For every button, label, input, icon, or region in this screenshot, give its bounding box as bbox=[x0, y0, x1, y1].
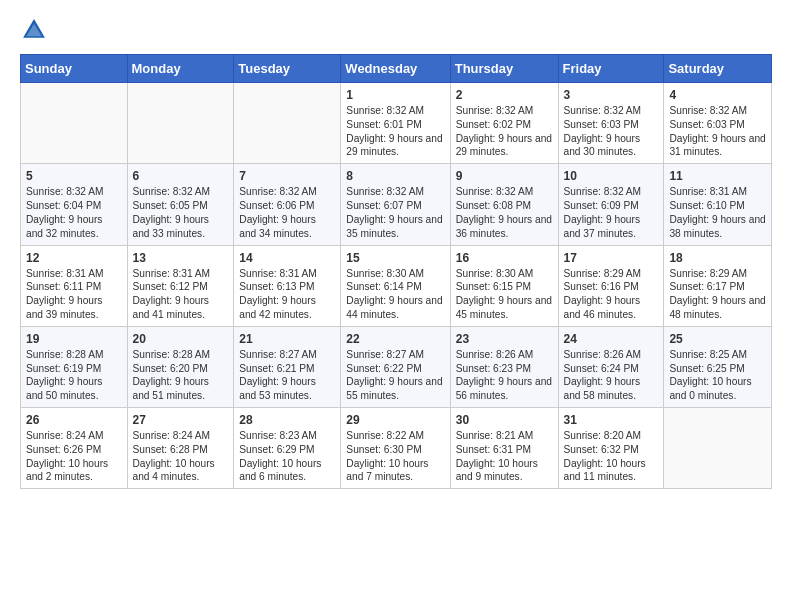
calendar-cell: 22Sunrise: 8:27 AM Sunset: 6:22 PM Dayli… bbox=[341, 326, 450, 407]
day-info: Sunrise: 8:24 AM Sunset: 6:28 PM Dayligh… bbox=[133, 429, 229, 484]
day-number: 27 bbox=[133, 412, 229, 428]
col-header-tuesday: Tuesday bbox=[234, 55, 341, 83]
calendar-cell: 31Sunrise: 8:20 AM Sunset: 6:32 PM Dayli… bbox=[558, 408, 664, 489]
day-info: Sunrise: 8:31 AM Sunset: 6:11 PM Dayligh… bbox=[26, 267, 122, 322]
day-info: Sunrise: 8:32 AM Sunset: 6:02 PM Dayligh… bbox=[456, 104, 553, 159]
week-row-2: 5Sunrise: 8:32 AM Sunset: 6:04 PM Daylig… bbox=[21, 164, 772, 245]
day-info: Sunrise: 8:32 AM Sunset: 6:07 PM Dayligh… bbox=[346, 185, 444, 240]
day-number: 11 bbox=[669, 168, 766, 184]
day-number: 23 bbox=[456, 331, 553, 347]
day-number: 29 bbox=[346, 412, 444, 428]
calendar-cell: 15Sunrise: 8:30 AM Sunset: 6:14 PM Dayli… bbox=[341, 245, 450, 326]
day-number: 18 bbox=[669, 250, 766, 266]
calendar-cell: 19Sunrise: 8:28 AM Sunset: 6:19 PM Dayli… bbox=[21, 326, 128, 407]
calendar-cell: 2Sunrise: 8:32 AM Sunset: 6:02 PM Daylig… bbox=[450, 83, 558, 164]
day-info: Sunrise: 8:32 AM Sunset: 6:05 PM Dayligh… bbox=[133, 185, 229, 240]
day-info: Sunrise: 8:32 AM Sunset: 6:01 PM Dayligh… bbox=[346, 104, 444, 159]
day-number: 26 bbox=[26, 412, 122, 428]
generalblue-logo-icon bbox=[20, 16, 48, 44]
week-row-1: 1Sunrise: 8:32 AM Sunset: 6:01 PM Daylig… bbox=[21, 83, 772, 164]
day-info: Sunrise: 8:28 AM Sunset: 6:20 PM Dayligh… bbox=[133, 348, 229, 403]
day-number: 20 bbox=[133, 331, 229, 347]
day-info: Sunrise: 8:21 AM Sunset: 6:31 PM Dayligh… bbox=[456, 429, 553, 484]
calendar-cell bbox=[664, 408, 772, 489]
day-number: 21 bbox=[239, 331, 335, 347]
logo bbox=[20, 16, 52, 44]
day-info: Sunrise: 8:32 AM Sunset: 6:03 PM Dayligh… bbox=[669, 104, 766, 159]
day-info: Sunrise: 8:31 AM Sunset: 6:12 PM Dayligh… bbox=[133, 267, 229, 322]
col-header-sunday: Sunday bbox=[21, 55, 128, 83]
day-number: 24 bbox=[564, 331, 659, 347]
day-info: Sunrise: 8:32 AM Sunset: 6:08 PM Dayligh… bbox=[456, 185, 553, 240]
day-number: 9 bbox=[456, 168, 553, 184]
day-info: Sunrise: 8:32 AM Sunset: 6:06 PM Dayligh… bbox=[239, 185, 335, 240]
day-number: 15 bbox=[346, 250, 444, 266]
day-number: 1 bbox=[346, 87, 444, 103]
day-number: 25 bbox=[669, 331, 766, 347]
day-info: Sunrise: 8:27 AM Sunset: 6:21 PM Dayligh… bbox=[239, 348, 335, 403]
day-info: Sunrise: 8:29 AM Sunset: 6:17 PM Dayligh… bbox=[669, 267, 766, 322]
calendar-table: SundayMondayTuesdayWednesdayThursdayFrid… bbox=[20, 54, 772, 489]
day-info: Sunrise: 8:32 AM Sunset: 6:04 PM Dayligh… bbox=[26, 185, 122, 240]
week-row-3: 12Sunrise: 8:31 AM Sunset: 6:11 PM Dayli… bbox=[21, 245, 772, 326]
day-number: 17 bbox=[564, 250, 659, 266]
day-info: Sunrise: 8:31 AM Sunset: 6:13 PM Dayligh… bbox=[239, 267, 335, 322]
calendar-cell: 28Sunrise: 8:23 AM Sunset: 6:29 PM Dayli… bbox=[234, 408, 341, 489]
day-number: 14 bbox=[239, 250, 335, 266]
page: SundayMondayTuesdayWednesdayThursdayFrid… bbox=[0, 0, 792, 612]
day-info: Sunrise: 8:29 AM Sunset: 6:16 PM Dayligh… bbox=[564, 267, 659, 322]
calendar-cell bbox=[127, 83, 234, 164]
day-number: 2 bbox=[456, 87, 553, 103]
day-info: Sunrise: 8:31 AM Sunset: 6:10 PM Dayligh… bbox=[669, 185, 766, 240]
day-info: Sunrise: 8:26 AM Sunset: 6:23 PM Dayligh… bbox=[456, 348, 553, 403]
calendar-cell: 14Sunrise: 8:31 AM Sunset: 6:13 PM Dayli… bbox=[234, 245, 341, 326]
calendar-cell: 23Sunrise: 8:26 AM Sunset: 6:23 PM Dayli… bbox=[450, 326, 558, 407]
day-number: 19 bbox=[26, 331, 122, 347]
calendar-cell: 26Sunrise: 8:24 AM Sunset: 6:26 PM Dayli… bbox=[21, 408, 128, 489]
day-number: 5 bbox=[26, 168, 122, 184]
day-number: 7 bbox=[239, 168, 335, 184]
day-number: 8 bbox=[346, 168, 444, 184]
calendar-cell: 29Sunrise: 8:22 AM Sunset: 6:30 PM Dayli… bbox=[341, 408, 450, 489]
calendar-cell: 18Sunrise: 8:29 AM Sunset: 6:17 PM Dayli… bbox=[664, 245, 772, 326]
calendar-cell: 1Sunrise: 8:32 AM Sunset: 6:01 PM Daylig… bbox=[341, 83, 450, 164]
col-header-thursday: Thursday bbox=[450, 55, 558, 83]
calendar-cell: 8Sunrise: 8:32 AM Sunset: 6:07 PM Daylig… bbox=[341, 164, 450, 245]
day-info: Sunrise: 8:28 AM Sunset: 6:19 PM Dayligh… bbox=[26, 348, 122, 403]
day-info: Sunrise: 8:20 AM Sunset: 6:32 PM Dayligh… bbox=[564, 429, 659, 484]
day-info: Sunrise: 8:22 AM Sunset: 6:30 PM Dayligh… bbox=[346, 429, 444, 484]
day-number: 6 bbox=[133, 168, 229, 184]
day-number: 30 bbox=[456, 412, 553, 428]
week-row-5: 26Sunrise: 8:24 AM Sunset: 6:26 PM Dayli… bbox=[21, 408, 772, 489]
day-info: Sunrise: 8:27 AM Sunset: 6:22 PM Dayligh… bbox=[346, 348, 444, 403]
calendar-header-row: SundayMondayTuesdayWednesdayThursdayFrid… bbox=[21, 55, 772, 83]
calendar-cell: 12Sunrise: 8:31 AM Sunset: 6:11 PM Dayli… bbox=[21, 245, 128, 326]
day-number: 16 bbox=[456, 250, 553, 266]
day-number: 4 bbox=[669, 87, 766, 103]
calendar-cell: 9Sunrise: 8:32 AM Sunset: 6:08 PM Daylig… bbox=[450, 164, 558, 245]
day-number: 3 bbox=[564, 87, 659, 103]
day-number: 10 bbox=[564, 168, 659, 184]
calendar-cell: 6Sunrise: 8:32 AM Sunset: 6:05 PM Daylig… bbox=[127, 164, 234, 245]
calendar-cell: 13Sunrise: 8:31 AM Sunset: 6:12 PM Dayli… bbox=[127, 245, 234, 326]
calendar-cell: 30Sunrise: 8:21 AM Sunset: 6:31 PM Dayli… bbox=[450, 408, 558, 489]
col-header-monday: Monday bbox=[127, 55, 234, 83]
col-header-wednesday: Wednesday bbox=[341, 55, 450, 83]
calendar-cell bbox=[21, 83, 128, 164]
day-number: 13 bbox=[133, 250, 229, 266]
calendar-cell: 27Sunrise: 8:24 AM Sunset: 6:28 PM Dayli… bbox=[127, 408, 234, 489]
day-info: Sunrise: 8:26 AM Sunset: 6:24 PM Dayligh… bbox=[564, 348, 659, 403]
day-number: 28 bbox=[239, 412, 335, 428]
col-header-friday: Friday bbox=[558, 55, 664, 83]
day-info: Sunrise: 8:30 AM Sunset: 6:14 PM Dayligh… bbox=[346, 267, 444, 322]
day-info: Sunrise: 8:25 AM Sunset: 6:25 PM Dayligh… bbox=[669, 348, 766, 403]
calendar-cell: 10Sunrise: 8:32 AM Sunset: 6:09 PM Dayli… bbox=[558, 164, 664, 245]
calendar-cell: 24Sunrise: 8:26 AM Sunset: 6:24 PM Dayli… bbox=[558, 326, 664, 407]
calendar-cell: 25Sunrise: 8:25 AM Sunset: 6:25 PM Dayli… bbox=[664, 326, 772, 407]
day-info: Sunrise: 8:30 AM Sunset: 6:15 PM Dayligh… bbox=[456, 267, 553, 322]
col-header-saturday: Saturday bbox=[664, 55, 772, 83]
calendar-cell: 17Sunrise: 8:29 AM Sunset: 6:16 PM Dayli… bbox=[558, 245, 664, 326]
calendar-cell: 20Sunrise: 8:28 AM Sunset: 6:20 PM Dayli… bbox=[127, 326, 234, 407]
day-info: Sunrise: 8:23 AM Sunset: 6:29 PM Dayligh… bbox=[239, 429, 335, 484]
calendar-cell: 3Sunrise: 8:32 AM Sunset: 6:03 PM Daylig… bbox=[558, 83, 664, 164]
